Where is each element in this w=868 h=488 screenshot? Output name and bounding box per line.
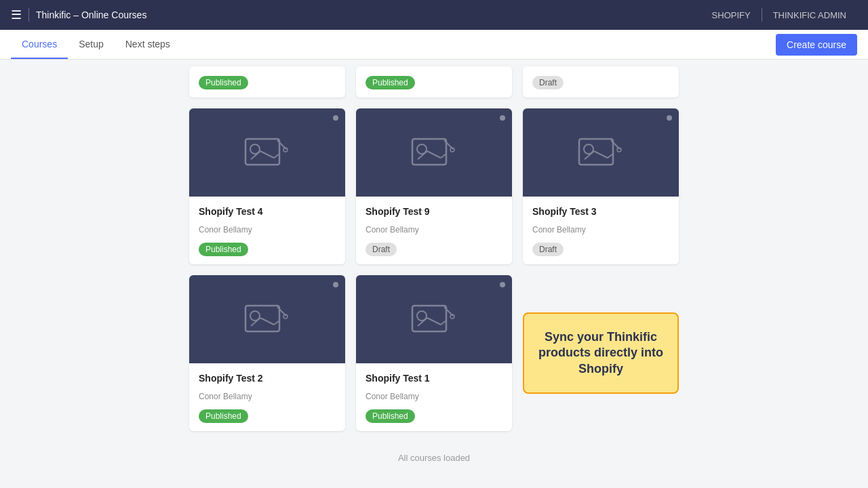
thumb-dot-3 bbox=[333, 282, 338, 287]
status-badge-1: Draft bbox=[366, 243, 397, 256]
menu-icon[interactable]: ☰ bbox=[11, 7, 22, 22]
top-partial-row: Published Published Draft bbox=[189, 66, 679, 98]
status-badge-partial-1: Published bbox=[199, 76, 248, 89]
course-info-partial-3: Draft bbox=[523, 66, 679, 98]
course-card-1[interactable]: Shopify Test 9 Conor Bellamy Draft bbox=[356, 108, 512, 264]
thumbnail-icon-2 bbox=[574, 132, 628, 173]
svg-line-10 bbox=[427, 151, 441, 158]
course-title-2: Shopify Test 3 bbox=[532, 206, 669, 220]
topbar: ☰ Thinkific – Online Courses SHOPIFY THI… bbox=[0, 0, 868, 30]
course-thumbnail-0 bbox=[189, 108, 345, 197]
course-info-4: Shopify Test 1 Conor Bellamy Published bbox=[356, 363, 512, 431]
course-thumbnail-1 bbox=[356, 108, 512, 197]
thumb-dot-0 bbox=[333, 115, 338, 121]
course-card-partial-1: Published bbox=[189, 66, 345, 98]
course-author-3: Conor Bellamy bbox=[199, 392, 336, 403]
tab-setup[interactable]: Setup bbox=[68, 30, 115, 59]
status-badge-0: Published bbox=[199, 243, 248, 256]
course-author-1: Conor Bellamy bbox=[366, 225, 502, 236]
status-badge-partial-2: Published bbox=[366, 76, 415, 89]
course-card-partial-2: Published bbox=[356, 66, 512, 98]
thumbnail-icon-4 bbox=[407, 299, 461, 340]
course-info-partial-1: Published bbox=[189, 66, 345, 98]
thumb-dot-4 bbox=[500, 282, 505, 287]
course-row-1: Shopify Test 4 Conor Bellamy Published bbox=[189, 108, 679, 264]
course-author-2: Conor Bellamy bbox=[532, 225, 669, 236]
status-badge-2: Draft bbox=[532, 243, 564, 256]
course-card-partial-3: Draft bbox=[523, 66, 679, 98]
tab-next-steps[interactable]: Next steps bbox=[115, 30, 181, 59]
subnav: Courses Setup Next steps Create course bbox=[0, 30, 868, 60]
thumbnail-icon-0 bbox=[240, 132, 294, 173]
course-info-0: Shopify Test 4 Conor Bellamy Published bbox=[189, 197, 345, 264]
course-title-0: Shopify Test 4 bbox=[199, 206, 336, 220]
topbar-divider bbox=[28, 8, 29, 22]
status-badge-3: Published bbox=[199, 409, 248, 423]
footer-text: All courses loaded bbox=[11, 453, 857, 463]
course-card-4[interactable]: Shopify Test 1 Conor Bellamy Published bbox=[356, 275, 512, 431]
course-thumbnail-2 bbox=[523, 108, 679, 197]
topbar-left: ☰ Thinkific – Online Courses bbox=[11, 7, 146, 22]
course-author-4: Conor Bellamy bbox=[366, 392, 502, 403]
thinkific-admin-link[interactable]: THINKIFIC ADMIN bbox=[762, 10, 857, 20]
svg-line-17 bbox=[594, 151, 608, 158]
course-thumbnail-4 bbox=[356, 275, 512, 363]
shopify-link[interactable]: SHOPIFY bbox=[701, 10, 762, 20]
course-card-2[interactable]: Shopify Test 3 Conor Bellamy Draft bbox=[523, 108, 679, 264]
status-badge-4: Published bbox=[366, 409, 415, 423]
svg-line-24 bbox=[260, 318, 274, 325]
course-card-3[interactable]: Shopify Test 2 Conor Bellamy Published bbox=[189, 275, 345, 431]
tab-courses[interactable]: Courses bbox=[11, 30, 68, 59]
course-info-partial-2: Published bbox=[356, 66, 512, 98]
course-thumbnail-3 bbox=[189, 275, 345, 363]
course-card-0[interactable]: Shopify Test 4 Conor Bellamy Published bbox=[189, 108, 345, 264]
promo-card[interactable]: Sync your Thinkific products directly in… bbox=[523, 312, 679, 394]
svg-line-31 bbox=[427, 318, 441, 325]
thumbnail-icon-3 bbox=[240, 299, 294, 340]
topbar-right: SHOPIFY THINKIFIC ADMIN bbox=[701, 8, 857, 22]
thumb-dot-2 bbox=[667, 115, 672, 121]
course-author-0: Conor Bellamy bbox=[199, 225, 336, 236]
course-info-2: Shopify Test 3 Conor Bellamy Draft bbox=[523, 197, 679, 264]
thumb-dot-1 bbox=[500, 115, 505, 121]
thumbnail-icon-1 bbox=[407, 132, 461, 173]
content-area: Published Published Draft bbox=[0, 60, 868, 476]
course-title-4: Shopify Test 1 bbox=[366, 373, 502, 386]
subnav-tabs: Courses Setup Next steps bbox=[11, 30, 181, 59]
create-course-button[interactable]: Create course bbox=[776, 34, 857, 56]
course-title-1: Shopify Test 9 bbox=[366, 206, 502, 220]
promo-text: Sync your Thinkific products directly in… bbox=[535, 329, 667, 377]
course-title-3: Shopify Test 2 bbox=[199, 373, 336, 386]
status-badge-partial-3: Draft bbox=[532, 76, 564, 89]
svg-line-3 bbox=[260, 151, 274, 158]
app-title: Thinkific – Online Courses bbox=[36, 9, 146, 20]
course-row-2: Shopify Test 2 Conor Bellamy Published bbox=[189, 275, 679, 431]
course-info-1: Shopify Test 9 Conor Bellamy Draft bbox=[356, 197, 512, 264]
course-info-3: Shopify Test 2 Conor Bellamy Published bbox=[189, 363, 345, 431]
